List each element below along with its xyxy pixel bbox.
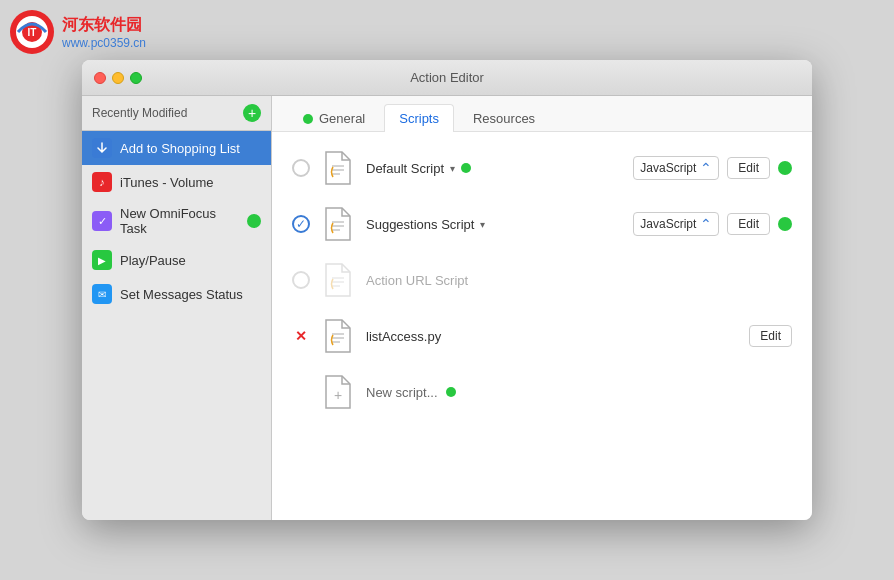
script-name-default-script: Default Script ▾	[366, 161, 621, 176]
checkbox-default-script[interactable]	[292, 159, 310, 177]
checkbox-list-access[interactable]	[292, 327, 310, 345]
checkbox-action-url-script[interactable]	[292, 271, 310, 289]
sidebar-item-play-pause[interactable]: ▶ Play/Pause	[82, 243, 271, 277]
arrow-icon-default: ▾	[450, 163, 455, 174]
file-icon-default-script	[322, 150, 354, 186]
script-info-default-script: Default Script ▾	[366, 161, 621, 176]
controls-default-script: JavaScript ⌃ Edit	[633, 156, 792, 180]
tab-general[interactable]: General	[288, 104, 380, 132]
minimize-button[interactable]	[112, 72, 124, 84]
script-item-action-url-script: Action URL Script	[272, 252, 812, 308]
status-dot-suggestions-script	[778, 217, 792, 231]
close-button[interactable]	[94, 72, 106, 84]
script-item-suggestions-script: Suggestions Script ▾ JavaScript ⌃ Edit	[272, 196, 812, 252]
new-script-dot	[446, 387, 456, 397]
new-script-label: New script...	[366, 385, 456, 400]
sidebar-header: Recently Modified	[82, 96, 271, 131]
arrow-icon-suggestions: ▾	[480, 219, 485, 230]
sidebar-label-itunes-volume: iTunes - Volume	[120, 175, 261, 190]
script-name-suggestions-script: Suggestions Script ▾	[366, 217, 621, 232]
svg-text:IT: IT	[28, 27, 37, 38]
sidebar-icon-set-messages-status: ✉	[92, 284, 112, 304]
checkbox-suggestions-script[interactable]	[292, 215, 310, 233]
select-arrow-icon-2: ⌃	[700, 216, 712, 232]
maximize-button[interactable]	[130, 72, 142, 84]
script-info-suggestions-script: Suggestions Script ▾	[366, 217, 621, 232]
window-title: Action Editor	[410, 70, 484, 85]
select-arrow-icon: ⌃	[700, 160, 712, 176]
script-info-action-url-script: Action URL Script	[366, 273, 792, 288]
dot-default-script	[461, 163, 471, 173]
sidebar-icon-play-pause: ▶	[92, 250, 112, 270]
site-url: www.pc0359.cn	[62, 36, 146, 50]
window-body: Recently Modified Add to Shopping List ♪…	[82, 96, 812, 520]
sidebar-item-set-messages-status[interactable]: ✉ Set Messages Status	[82, 277, 271, 311]
sidebar-dot-new-omnifocus-task	[247, 214, 261, 228]
script-item-list-access: listAccess.py Edit	[272, 308, 812, 364]
new-script-item[interactable]: + New script...	[272, 364, 812, 420]
language-select-default-script[interactable]: JavaScript ⌃	[633, 156, 719, 180]
edit-button-list-access[interactable]: Edit	[749, 325, 792, 347]
controls-list-access: Edit	[749, 325, 792, 347]
tab-label-resources: Resources	[473, 111, 535, 126]
script-name-action-url-script: Action URL Script	[366, 273, 792, 288]
traffic-lights	[94, 72, 142, 84]
sidebar: Recently Modified Add to Shopping List ♪…	[82, 96, 272, 520]
script-name-list-access: listAccess.py	[366, 329, 737, 344]
sidebar-label-set-messages-status: Set Messages Status	[120, 287, 261, 302]
edit-button-default-script[interactable]: Edit	[727, 157, 770, 179]
controls-suggestions-script: JavaScript ⌃ Edit	[633, 212, 792, 236]
sidebar-label-play-pause: Play/Pause	[120, 253, 261, 268]
watermark: IT 河东软件园 www.pc0359.cn	[8, 8, 146, 56]
status-dot-default-script	[778, 161, 792, 175]
watermark-logo: IT	[8, 8, 56, 56]
sidebar-header-title: Recently Modified	[92, 106, 187, 120]
sidebar-item-add-to-shopping-list[interactable]: Add to Shopping List	[82, 131, 271, 165]
sidebar-add-button[interactable]	[243, 104, 261, 122]
sidebar-icon-new-omnifocus-task: ✓	[92, 211, 112, 231]
script-item-default-script: Default Script ▾ JavaScript ⌃ Edit	[272, 140, 812, 196]
sidebar-icon-add-to-shopping-list	[92, 138, 112, 158]
tab-scripts[interactable]: Scripts	[384, 104, 454, 132]
sidebar-item-itunes-volume[interactable]: ♪ iTunes - Volume	[82, 165, 271, 199]
tab-bar: General Scripts Resources	[272, 96, 812, 132]
tab-label-scripts: Scripts	[399, 111, 439, 126]
script-info-list-access: listAccess.py	[366, 329, 737, 344]
edit-button-suggestions-script[interactable]: Edit	[727, 213, 770, 235]
script-list: Default Script ▾ JavaScript ⌃ Edit	[272, 132, 812, 520]
sidebar-label-add-to-shopping-list: Add to Shopping List	[120, 141, 261, 156]
language-select-suggestions-script[interactable]: JavaScript ⌃	[633, 212, 719, 236]
tab-resources[interactable]: Resources	[458, 104, 550, 132]
tab-label-general: General	[319, 111, 365, 126]
sidebar-icon-itunes-volume: ♪	[92, 172, 112, 192]
title-bar: Action Editor	[82, 60, 812, 96]
tab-dot-general	[303, 114, 313, 124]
svg-text:+: +	[334, 387, 342, 403]
app-window: Action Editor Recently Modified Add to S…	[82, 60, 812, 520]
sidebar-item-new-omnifocus-task[interactable]: ✓ New OmniFocus Task	[82, 199, 271, 243]
watermark-text: 河东软件园 www.pc0359.cn	[62, 15, 146, 50]
sidebar-label-new-omnifocus-task: New OmniFocus Task	[120, 206, 239, 236]
new-script-file-icon: +	[322, 374, 354, 410]
site-name: 河东软件园	[62, 15, 146, 36]
file-icon-list-access	[322, 318, 354, 354]
file-icon-suggestions-script	[322, 206, 354, 242]
file-icon-action-url-script	[322, 262, 354, 298]
main-content: General Scripts Resources	[272, 96, 812, 520]
